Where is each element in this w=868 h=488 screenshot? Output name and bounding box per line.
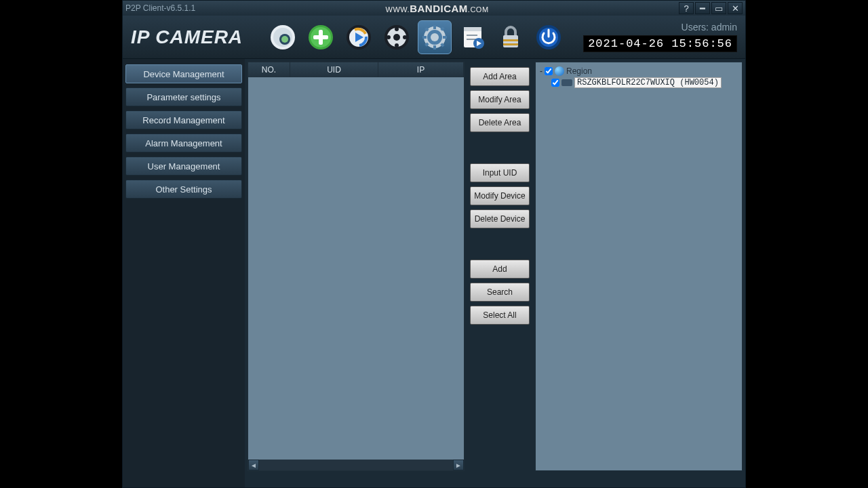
add-area-button[interactable]: Add Area — [470, 67, 530, 86]
svg-point-13 — [393, 34, 400, 41]
input-uid-button[interactable]: Input UID — [470, 163, 530, 182]
svg-rect-22 — [443, 36, 447, 39]
camera-small-icon — [561, 79, 572, 86]
tree-device-row[interactable]: RSZGKBLFOLR22C7WUXIQ (HW0054) — [540, 77, 738, 88]
svg-point-15 — [395, 43, 399, 47]
svg-point-28 — [431, 33, 439, 41]
device-list: NO. UID IP ◄ ► — [248, 62, 465, 471]
svg-rect-19 — [433, 25, 436, 29]
window-controls: ? ━ ▭ ✕ — [679, 2, 743, 14]
list-header: NO. UID IP — [248, 62, 464, 77]
lock-icon[interactable] — [494, 20, 528, 54]
action-buttons: Add Area Modify Area Delete Area Input U… — [467, 62, 532, 471]
tree-root-row[interactable]: - Region — [540, 66, 738, 76]
close-button[interactable]: ✕ — [728, 2, 743, 14]
svg-point-17 — [403, 35, 407, 39]
modify-device-button[interactable]: Modify Device — [470, 186, 530, 205]
scroll-track[interactable] — [259, 460, 453, 470]
sidebar-item-parameter-settings[interactable]: Parameter settings — [125, 87, 242, 106]
scroll-left-icon[interactable]: ◄ — [248, 460, 259, 470]
app-title: P2P Client-v6.5.1.1 — [125, 3, 195, 13]
svg-point-16 — [387, 35, 391, 39]
device-checkbox[interactable] — [551, 79, 559, 87]
sidebar-item-alarm-management[interactable]: Alarm Management — [125, 134, 242, 152]
help-button[interactable]: ? — [679, 2, 694, 14]
camera-icon[interactable] — [266, 20, 300, 54]
region-tree[interactable]: - Region RSZGKBLFOLR22C7WUXIQ (HW0054) — [535, 62, 743, 471]
add-icon[interactable] — [304, 20, 338, 54]
svg-rect-37 — [503, 43, 518, 45]
horizontal-scrollbar[interactable]: ◄ ► — [248, 460, 464, 470]
svg-rect-38 — [503, 39, 518, 41]
delete-area-button[interactable]: Delete Area — [470, 113, 530, 132]
col-ip[interactable]: IP — [378, 62, 464, 77]
svg-rect-21 — [422, 36, 427, 39]
svg-rect-7 — [313, 35, 328, 39]
sidebar-item-device-management[interactable]: Device Management — [125, 64, 242, 83]
list-body[interactable] — [248, 77, 464, 460]
add-button[interactable]: Add — [470, 260, 530, 279]
sidebar: Device Management Parameter settings Rec… — [123, 59, 245, 487]
bandicam-watermark: WWW.BANDICAM.COM — [386, 3, 489, 14]
datetime: 2021-04-26 15:56:56 — [583, 35, 737, 52]
region-label: Region — [566, 66, 592, 76]
region-checkbox[interactable] — [545, 67, 553, 75]
device-label[interactable]: RSZGKBLFOLR22C7WUXIQ (HW0054) — [574, 77, 722, 88]
logo: IP CAMERA — [131, 26, 243, 48]
main: Device Management Parameter settings Rec… — [123, 59, 745, 487]
app-window: P2P Client-v6.5.1.1 WWW.BANDICAM.COM ? ━… — [122, 0, 746, 488]
collapse-icon[interactable]: - — [540, 66, 542, 76]
col-no[interactable]: NO. — [248, 62, 290, 77]
svg-rect-30 — [464, 27, 481, 31]
scroll-right-icon[interactable]: ► — [453, 460, 464, 470]
sidebar-item-record-management[interactable]: Record Management — [125, 110, 242, 129]
settings-icon[interactable] — [418, 20, 452, 54]
sidebar-item-other-settings[interactable]: Other Settings — [125, 180, 242, 199]
minimize-button[interactable]: ━ — [695, 2, 710, 14]
delete-device-button[interactable]: Delete Device — [470, 209, 530, 228]
titlebar: P2P Client-v6.5.1.1 WWW.BANDICAM.COM ? ━… — [123, 1, 745, 16]
col-uid[interactable]: UID — [290, 62, 378, 77]
modify-area-button[interactable]: Modify Area — [470, 90, 530, 109]
globe-icon — [555, 66, 564, 76]
select-all-button[interactable]: Select All — [470, 306, 530, 325]
center-panel: NO. UID IP ◄ ► Add Area Modify Area Dele… — [245, 59, 745, 487]
users-label: Users: admin — [682, 22, 737, 33]
record-icon[interactable] — [380, 20, 414, 54]
svg-rect-20 — [433, 45, 436, 49]
svg-point-3 — [281, 36, 288, 43]
play-icon[interactable] — [342, 20, 376, 54]
header: IP CAMERA — [123, 16, 745, 59]
search-button[interactable]: Search — [470, 283, 530, 302]
log-icon[interactable] — [456, 20, 490, 54]
svg-point-14 — [395, 27, 399, 31]
toolbar — [266, 20, 566, 54]
power-icon[interactable] — [532, 20, 566, 54]
sidebar-item-user-management[interactable]: User Management — [125, 157, 242, 176]
maximize-button[interactable]: ▭ — [711, 2, 726, 14]
